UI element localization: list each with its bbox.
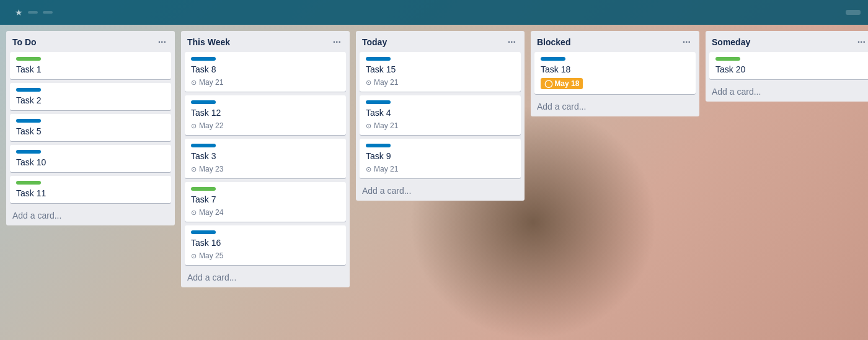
- add-card-todo[interactable]: Add a card...: [6, 207, 175, 225]
- column-todo: To Do···Task 1Task 2Task 5Task 10Task 11…: [6, 31, 175, 225]
- card-label-todo-0: [16, 57, 41, 61]
- clock-icon-today-2: ⊙: [366, 165, 371, 173]
- card-label-todo-4: [16, 181, 41, 185]
- column-menu-todo[interactable]: ···: [156, 36, 169, 48]
- card-title-today-1: Task 4: [366, 108, 515, 118]
- card-label-blocked-0: [541, 57, 565, 61]
- card-label-today-2: [366, 144, 391, 147]
- board: To Do···Task 1Task 2Task 5Task 10Task 11…: [0, 25, 868, 340]
- card-someday-0[interactable]: Task 20: [709, 52, 868, 79]
- column-title-today: Today: [362, 37, 387, 47]
- card-label-todo-1: [16, 88, 41, 92]
- card-today-1[interactable]: Task 4⊙May 21: [360, 95, 521, 135]
- clock-icon-this-week-0: ⊙: [191, 79, 197, 87]
- card-title-this-week-4: Task 16: [191, 238, 340, 248]
- card-title-today-2: Task 9: [366, 151, 515, 161]
- clock-icon-this-week-3: ⊙: [191, 209, 197, 217]
- card-meta-blocked-0: ◯ May 18: [541, 78, 689, 89]
- card-meta-today-2: ⊙May 21: [366, 165, 515, 173]
- card-todo-2[interactable]: Task 5: [10, 114, 171, 141]
- card-title-this-week-0: Task 8: [191, 64, 340, 74]
- card-title-this-week-3: Task 7: [191, 194, 340, 204]
- add-card-this-week[interactable]: Add a card...: [181, 269, 350, 287]
- clock-icon-today-1: ⊙: [366, 122, 371, 130]
- add-card-today[interactable]: Add a card...: [356, 182, 525, 201]
- card-label-this-week-0: [191, 57, 216, 61]
- card-title-todo-2: Task 5: [16, 126, 165, 136]
- navbar-right: [846, 10, 861, 15]
- star-icon[interactable]: ★: [15, 7, 23, 17]
- card-title-todo-3: Task 10: [16, 157, 165, 167]
- column-cards-today: Task 15⊙May 21Task 4⊙May 21Task 9⊙May 21: [356, 52, 525, 182]
- column-this-week: This Week···Task 8⊙May 21Task 12⊙May 22T…: [181, 31, 350, 287]
- show-menu-button[interactable]: [846, 10, 861, 15]
- column-header-this-week: This Week···: [181, 31, 350, 52]
- card-meta-today-1: ⊙May 21: [366, 121, 515, 130]
- card-meta-this-week-4: ⊙May 25: [191, 251, 340, 260]
- card-meta-today-0: ⊙May 21: [366, 78, 515, 87]
- card-title-someday-0: Task 20: [715, 64, 864, 74]
- card-meta-this-week-0: ⊙May 21: [191, 78, 340, 87]
- clock-icon-today-0: ⊙: [366, 79, 371, 87]
- card-label-someday-0: [715, 57, 740, 61]
- card-today-2[interactable]: Task 9⊙May 21: [360, 139, 521, 178]
- column-header-today: Today···: [356, 31, 525, 52]
- card-due-today-2: May 21: [374, 165, 398, 173]
- card-label-todo-2: [16, 119, 41, 123]
- column-menu-blocked[interactable]: ···: [680, 36, 693, 48]
- column-cards-someday: Task 20: [706, 52, 868, 83]
- card-due-this-week-2: May 23: [199, 165, 223, 173]
- card-title-this-week-2: Task 3: [191, 151, 340, 161]
- card-todo-0[interactable]: Task 1: [10, 52, 171, 79]
- column-menu-someday[interactable]: ···: [855, 36, 868, 48]
- add-card-someday[interactable]: Add a card...: [706, 83, 868, 102]
- column-cards-blocked: Task 18◯ May 18: [531, 52, 699, 98]
- card-title-blocked-0: Task 18: [541, 64, 689, 74]
- clock-icon-this-week-1: ⊙: [191, 122, 197, 130]
- personal-badge[interactable]: [28, 11, 38, 14]
- column-title-blocked: Blocked: [537, 37, 570, 47]
- column-someday: Someday···Task 20Add a card...: [706, 31, 868, 102]
- card-due-today-0: May 21: [374, 78, 398, 87]
- column-header-todo: To Do···: [6, 31, 175, 52]
- column-title-this-week: This Week: [187, 37, 230, 47]
- card-todo-3[interactable]: Task 10: [10, 145, 171, 172]
- card-blocked-0[interactable]: Task 18◯ May 18: [534, 52, 696, 94]
- column-header-blocked: Blocked···: [531, 31, 699, 52]
- card-this-week-1[interactable]: Task 12⊙May 22: [185, 95, 346, 135]
- card-this-week-2[interactable]: Task 3⊙May 23: [185, 139, 346, 178]
- column-cards-this-week: Task 8⊙May 21Task 12⊙May 22Task 3⊙May 23…: [181, 52, 350, 269]
- card-title-todo-4: Task 11: [16, 188, 165, 198]
- column-cards-todo: Task 1Task 2Task 5Task 10Task 11: [6, 52, 175, 207]
- card-label-this-week-4: [191, 230, 216, 234]
- card-due-this-week-1: May 22: [199, 121, 223, 130]
- card-title-today-0: Task 15: [366, 64, 515, 74]
- column-menu-this-week[interactable]: ···: [330, 36, 343, 48]
- column-menu-today[interactable]: ···: [505, 36, 518, 48]
- card-label-this-week-2: [191, 144, 216, 147]
- card-todo-4[interactable]: Task 11: [10, 176, 171, 203]
- card-this-week-4[interactable]: Task 16⊙May 25: [185, 225, 346, 265]
- card-label-today-1: [366, 100, 391, 104]
- card-todo-1[interactable]: Task 2: [10, 83, 171, 110]
- card-due-today-1: May 21: [374, 121, 398, 130]
- card-label-this-week-3: [191, 187, 216, 191]
- card-label-this-week-1: [191, 100, 216, 104]
- clock-icon-this-week-2: ⊙: [191, 165, 197, 173]
- card-today-0[interactable]: Task 15⊙May 21: [360, 52, 521, 92]
- card-meta-this-week-2: ⊙May 23: [191, 165, 340, 173]
- card-this-week-0[interactable]: Task 8⊙May 21: [185, 52, 346, 92]
- column-title-someday: Someday: [712, 37, 750, 47]
- card-title-todo-1: Task 2: [16, 95, 165, 105]
- navbar: ★: [0, 0, 868, 25]
- public-badge[interactable]: [43, 11, 53, 14]
- card-label-todo-3: [16, 150, 41, 154]
- card-due-this-week-4: May 25: [199, 251, 223, 260]
- card-this-week-3[interactable]: Task 7⊙May 24: [185, 182, 346, 222]
- card-due-badge-blocked-0: ◯ May 18: [541, 78, 583, 89]
- add-card-blocked[interactable]: Add a card...: [531, 98, 699, 116]
- card-label-today-0: [366, 57, 391, 61]
- card-meta-this-week-1: ⊙May 22: [191, 121, 340, 130]
- column-title-todo: To Do: [12, 37, 37, 47]
- card-meta-this-week-3: ⊙May 24: [191, 208, 340, 217]
